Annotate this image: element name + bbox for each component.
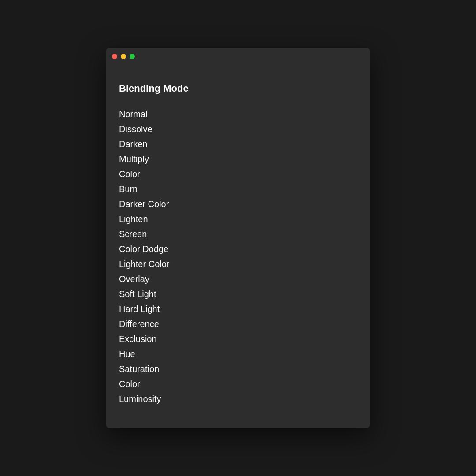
- blend-mode-item[interactable]: Lighten: [119, 212, 357, 227]
- blend-mode-item[interactable]: Color: [119, 167, 357, 182]
- blend-mode-item[interactable]: Dissolve: [119, 122, 357, 137]
- blend-mode-item[interactable]: Normal: [119, 107, 357, 122]
- blend-mode-item[interactable]: Soft Light: [119, 286, 357, 301]
- minimize-button[interactable]: [121, 54, 126, 59]
- blend-mode-item[interactable]: Hard Light: [119, 301, 357, 316]
- blend-mode-item[interactable]: Luminosity: [119, 391, 357, 406]
- blend-mode-item[interactable]: Color Dodge: [119, 242, 357, 257]
- section-title: Blending Mode: [119, 83, 357, 94]
- blend-mode-item[interactable]: Overlay: [119, 271, 357, 286]
- blend-mode-list: NormalDissolveDarkenMultiplyColorBurnDar…: [119, 107, 357, 406]
- blend-mode-item[interactable]: Exclusion: [119, 331, 357, 346]
- blend-mode-item[interactable]: Darken: [119, 137, 357, 152]
- blend-mode-item[interactable]: Saturation: [119, 361, 357, 376]
- title-bar: [106, 48, 370, 65]
- close-button[interactable]: [112, 54, 117, 59]
- main-content: Blending Mode NormalDissolveDarkenMultip…: [106, 65, 370, 428]
- maximize-button[interactable]: [130, 54, 135, 59]
- blend-mode-item[interactable]: Color: [119, 376, 357, 391]
- blend-mode-item[interactable]: Hue: [119, 346, 357, 361]
- blend-mode-item[interactable]: Burn: [119, 182, 357, 197]
- blend-mode-item[interactable]: Screen: [119, 227, 357, 242]
- blend-mode-item[interactable]: Difference: [119, 316, 357, 331]
- blend-mode-item[interactable]: Darker Color: [119, 197, 357, 212]
- app-window: Blending Mode NormalDissolveDarkenMultip…: [106, 48, 370, 428]
- blend-mode-item[interactable]: Multiply: [119, 152, 357, 167]
- blend-mode-item[interactable]: Lighter Color: [119, 257, 357, 271]
